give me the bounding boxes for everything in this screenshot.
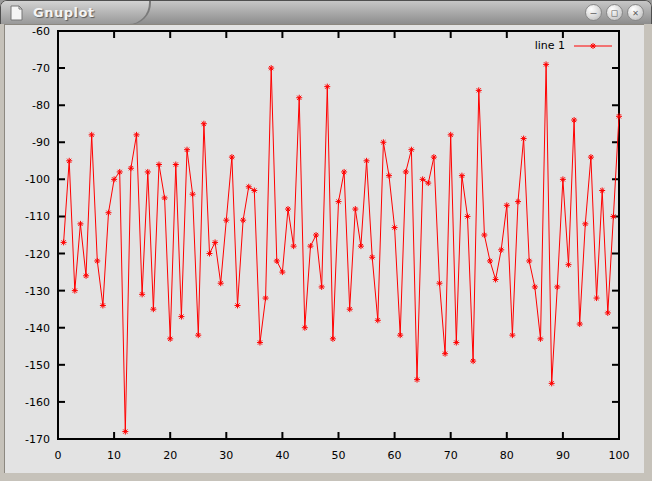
data-point-marker xyxy=(229,154,235,160)
data-point-marker xyxy=(448,132,454,138)
data-point-marker xyxy=(369,254,375,260)
data-point-marker xyxy=(307,243,313,249)
data-point-marker xyxy=(397,332,403,338)
data-point-marker xyxy=(263,295,269,301)
data-point-marker xyxy=(408,147,414,153)
gnuplot-window: Gnuplot – □ ✕ 0102030405060708090100-170… xyxy=(0,0,652,481)
data-point-marker xyxy=(218,280,224,286)
minimize-button[interactable]: – xyxy=(585,4,602,21)
data-point-marker xyxy=(150,306,156,312)
x-tick-label: 20 xyxy=(163,449,177,462)
data-point-marker xyxy=(386,173,392,179)
data-point-marker xyxy=(291,243,297,249)
data-point-marker xyxy=(532,284,538,290)
y-tick-label: -90 xyxy=(32,136,50,149)
data-point-marker xyxy=(156,162,162,168)
x-tick-label: 50 xyxy=(332,449,346,462)
data-point-marker xyxy=(201,121,207,127)
data-point-marker xyxy=(336,199,342,205)
x-tick-label: 80 xyxy=(500,449,514,462)
data-point-marker xyxy=(285,206,291,212)
data-point-marker xyxy=(380,139,386,145)
data-point-marker xyxy=(105,210,111,216)
data-point-marker xyxy=(560,176,566,182)
y-tick-label: -120 xyxy=(25,248,50,261)
window-controls: – □ ✕ xyxy=(585,4,644,21)
plot-canvas[interactable]: 0102030405060708090100-170-160-150-140-1… xyxy=(4,24,645,474)
y-tick-label: -80 xyxy=(32,99,50,112)
data-point-marker xyxy=(184,147,190,153)
data-point-marker xyxy=(145,169,151,175)
data-point-marker xyxy=(610,213,616,219)
data-point-marker xyxy=(599,187,605,193)
data-point-marker xyxy=(66,158,72,164)
data-point-marker xyxy=(526,258,532,264)
window-title: Gnuplot xyxy=(33,5,95,20)
data-point-marker xyxy=(554,284,560,290)
y-tick-label: -140 xyxy=(25,322,50,335)
data-point-marker xyxy=(476,87,482,93)
data-point-marker xyxy=(274,258,280,264)
data-point-marker xyxy=(167,336,173,342)
x-tick-label: 100 xyxy=(609,449,630,462)
data-point-marker xyxy=(582,221,588,227)
y-tick-label: -130 xyxy=(25,285,50,298)
data-point-marker xyxy=(330,336,336,342)
data-point-marker xyxy=(347,306,353,312)
data-point-marker xyxy=(257,340,263,346)
data-point-marker xyxy=(235,302,241,308)
close-button[interactable]: ✕ xyxy=(627,4,644,21)
data-point-marker xyxy=(61,239,67,245)
data-point-marker xyxy=(240,217,246,223)
data-point-marker xyxy=(549,380,555,386)
data-point-marker xyxy=(122,429,128,435)
legend-line-sample xyxy=(574,41,612,51)
data-point-marker xyxy=(358,243,364,249)
y-tick-label: -160 xyxy=(25,396,50,409)
close-icon: ✕ xyxy=(628,5,643,20)
data-point-marker xyxy=(324,84,330,90)
data-point-marker xyxy=(296,95,302,101)
x-tick-label: 70 xyxy=(444,449,458,462)
data-point-marker xyxy=(134,132,140,138)
data-point-marker xyxy=(465,213,471,219)
data-point-marker xyxy=(89,132,95,138)
data-point-marker xyxy=(487,258,493,264)
y-tick-label: -170 xyxy=(25,433,50,446)
chart-svg[interactable]: 0102030405060708090100-170-160-150-140-1… xyxy=(4,24,644,473)
plot-frame xyxy=(58,31,619,439)
data-point-marker xyxy=(521,136,527,142)
data-point-marker xyxy=(190,191,196,197)
data-point-marker xyxy=(128,165,134,171)
legend: line 1 xyxy=(535,39,612,52)
data-point-marker xyxy=(341,169,347,175)
data-point-marker xyxy=(302,325,308,331)
data-point-marker xyxy=(251,187,257,193)
data-point-marker xyxy=(72,288,78,294)
y-tick-label: -70 xyxy=(32,62,50,75)
maximize-button[interactable]: □ xyxy=(606,4,623,21)
data-point-marker xyxy=(319,284,325,290)
data-point-marker xyxy=(543,61,549,67)
x-tick-label: 30 xyxy=(219,449,233,462)
data-point-marker xyxy=(493,277,499,283)
data-point-marker xyxy=(77,221,83,227)
data-point-marker xyxy=(313,232,319,238)
data-point-marker xyxy=(206,251,212,257)
data-point-marker xyxy=(431,154,437,160)
data-point-marker xyxy=(268,65,274,71)
legend-label: line 1 xyxy=(535,39,565,52)
data-point-marker xyxy=(436,280,442,286)
y-tick-label: -60 xyxy=(32,25,50,38)
data-point-marker xyxy=(83,273,89,279)
data-point-marker xyxy=(279,269,285,275)
data-point-marker xyxy=(470,358,476,364)
y-tick-label: -110 xyxy=(25,210,50,223)
title-bar[interactable]: Gnuplot – □ ✕ xyxy=(1,1,651,25)
data-point-marker xyxy=(571,117,577,123)
data-point-marker xyxy=(100,302,106,308)
y-tick-label: -150 xyxy=(25,359,50,372)
data-point-marker xyxy=(481,232,487,238)
data-point-marker xyxy=(246,184,252,190)
data-point-marker xyxy=(425,180,431,186)
